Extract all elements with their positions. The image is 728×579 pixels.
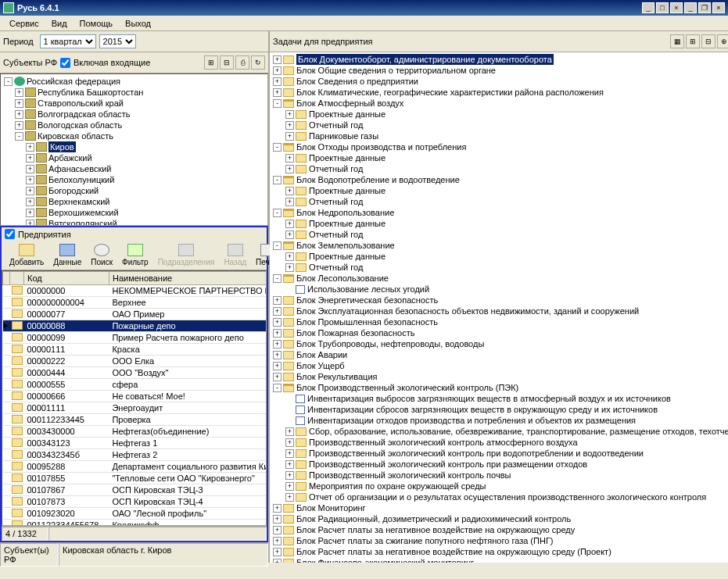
task-node[interactable]: +Блок Пожарная безопасность xyxy=(271,327,728,338)
include-incoming-checkbox[interactable] xyxy=(60,58,70,68)
expand-icon[interactable]: + xyxy=(273,526,282,534)
task-node[interactable]: +Производственный экологический контроль… xyxy=(271,448,728,459)
expand-icon[interactable]: + xyxy=(285,132,294,141)
expand-icon[interactable]: + xyxy=(273,362,282,370)
table-row[interactable]: 000343123Нефтегаз 1 xyxy=(3,438,267,449)
menu-service[interactable]: Сервис xyxy=(3,17,45,30)
expand-icon[interactable]: + xyxy=(273,559,282,563)
task-node[interactable]: +Блок Энергетическая безопасность xyxy=(271,295,728,306)
expand-icon[interactable]: + xyxy=(273,296,282,305)
tasks-collapse-icon[interactable]: ⊟ xyxy=(701,34,715,48)
table-row[interactable]: 0010923020ОАО "Лесной профиль" xyxy=(3,508,267,520)
task-node[interactable]: +Отчетный год xyxy=(271,229,728,240)
expand-icon[interactable]: + xyxy=(285,187,294,195)
expand-icon[interactable]: + xyxy=(15,121,23,130)
tree-refresh-icon[interactable]: ↻ xyxy=(251,55,265,70)
toolbar-data-button[interactable]: Данные xyxy=(48,242,86,268)
expand-icon[interactable]: + xyxy=(285,121,294,130)
table-row[interactable]: 00000111Краска xyxy=(3,344,267,356)
expand-icon[interactable]: + xyxy=(285,154,294,163)
mdi-minimize-button[interactable]: _ xyxy=(684,2,697,13)
expand-icon[interactable]: + xyxy=(26,220,34,227)
period-quarter-select[interactable]: 1 квартал xyxy=(40,34,96,48)
expand-icon[interactable]: + xyxy=(285,471,294,480)
toolbar-add-button[interactable]: Добавить xyxy=(5,242,48,268)
period-year-select[interactable]: 2015 xyxy=(99,34,136,48)
table-row[interactable]: 00107873ОСП Кировская ТЭЦ-4 xyxy=(3,496,267,508)
task-node[interactable]: -Блок Производственный экологический кон… xyxy=(271,382,728,393)
expand-icon[interactable]: + xyxy=(26,154,34,163)
region-node[interactable]: +Вятскополянский xyxy=(2,218,266,226)
expand-icon[interactable]: + xyxy=(273,351,282,359)
expand-icon[interactable]: + xyxy=(285,252,294,261)
task-node[interactable]: -Блок Недропользование xyxy=(271,207,728,218)
table-row[interactable]: 001122334455678...Кроликофф xyxy=(3,520,267,527)
task-node[interactable]: +Блок Радиационный, дозиметрический и ра… xyxy=(271,513,728,524)
expand-icon[interactable]: + xyxy=(285,220,294,228)
task-node[interactable]: +Сбор, образование, использование, обезв… xyxy=(271,426,728,437)
tasks-tree[interactable]: +Блок Документооборот, администрирование… xyxy=(270,52,728,563)
region-node[interactable]: +Верхошижемский xyxy=(2,207,266,218)
expand-icon[interactable]: + xyxy=(26,198,34,206)
expand-icon[interactable]: - xyxy=(273,384,282,392)
mdi-restore-button[interactable]: ❐ xyxy=(698,2,711,13)
task-node[interactable]: +Отчетный год xyxy=(271,120,728,130)
task-node[interactable]: +Блок Финансово-экономический мониторинг xyxy=(271,557,728,563)
enterprises-grid[interactable]: Код Наименование 00000000НЕКОММЕРЧЕСКОЕ … xyxy=(2,270,267,526)
expand-icon[interactable]: + xyxy=(273,340,282,348)
tree-print-icon[interactable]: ⎙ xyxy=(235,55,249,70)
maximize-button[interactable]: □ xyxy=(656,2,669,13)
task-node[interactable]: +Отчетный год xyxy=(271,262,728,273)
task-node[interactable]: Использование лесных угодий xyxy=(271,284,728,295)
table-row[interactable]: 00000000НЕКОММЕРЧЕСКОЕ ПАРТНЕРСТВО ГРАЖД… xyxy=(3,285,267,297)
task-node[interactable]: +Блок Промышленная безопасность xyxy=(271,316,728,327)
table-row[interactable]: 00107867ОСП Кировская ТЭЦ-3 xyxy=(3,484,267,496)
col-code[interactable]: Код xyxy=(24,272,109,285)
table-row[interactable]: 0003432345бНефтегаз 2 xyxy=(3,449,267,461)
expand-icon[interactable]: + xyxy=(26,176,34,184)
expand-icon[interactable]: + xyxy=(15,99,23,108)
toolbar-filter-button[interactable]: Фильтр xyxy=(117,242,153,268)
task-node[interactable]: -Блок Лесопользование xyxy=(271,273,728,284)
task-node[interactable]: -Блок Землепользование xyxy=(271,240,728,251)
task-node[interactable]: +Блок Эксплуатационная безопасность объе… xyxy=(271,306,728,316)
table-row[interactable]: 000000000004Верхнее xyxy=(3,297,267,309)
task-node[interactable]: -Блок Атмосферный воздух xyxy=(271,98,728,109)
task-node[interactable]: +Парниковые газы xyxy=(271,130,728,141)
region-node[interactable]: +Арбажский xyxy=(2,152,266,163)
task-node[interactable]: +Блок Расчет платы за сжигание попутного… xyxy=(271,535,728,546)
task-node[interactable]: Инвентаризация выбросов загрязняющих вещ… xyxy=(271,393,728,404)
task-node[interactable]: Инвентаризации отходов производства и по… xyxy=(271,415,728,426)
region-node[interactable]: +Богородский xyxy=(2,185,266,196)
expand-icon[interactable]: + xyxy=(273,548,282,556)
task-node[interactable]: +Блок Климатические, географические хара… xyxy=(271,87,728,98)
expand-icon[interactable]: + xyxy=(285,165,294,173)
expand-icon[interactable]: + xyxy=(273,55,282,64)
region-node[interactable]: +Ставропольский край xyxy=(2,98,266,109)
table-row[interactable]: 0003430000Нефтегаз(объединение) xyxy=(3,426,267,438)
expand-icon[interactable]: + xyxy=(26,187,34,195)
task-node[interactable]: +Отчет об организации и о результатах ос… xyxy=(271,491,728,502)
region-node[interactable]: -Кировская область xyxy=(2,130,266,141)
expand-icon[interactable]: + xyxy=(273,88,282,97)
col-name[interactable]: Наименование xyxy=(109,272,267,285)
table-row[interactable]: 00000077ОАО Пример xyxy=(3,309,267,320)
expand-icon[interactable]: + xyxy=(285,263,294,272)
minimize-button[interactable]: _ xyxy=(642,2,654,13)
expand-icon[interactable]: - xyxy=(273,241,282,250)
task-node[interactable]: -Блок Отходы производства и потребления xyxy=(271,141,728,152)
expand-icon[interactable]: - xyxy=(273,209,282,217)
expand-icon[interactable]: + xyxy=(285,493,294,502)
task-node[interactable]: +Блок Трубопроводы, нефтепроводы, водово… xyxy=(271,338,728,349)
task-node[interactable]: +Проектные данные xyxy=(271,152,728,163)
task-node[interactable]: +Блок Общие сведения о территориальном о… xyxy=(271,65,728,76)
menu-help[interactable]: Помощь xyxy=(74,17,120,30)
task-node[interactable]: +Блок Расчет платы за негативное воздейс… xyxy=(271,524,728,535)
expand-icon[interactable]: + xyxy=(15,88,23,97)
expand-icon[interactable]: - xyxy=(273,176,282,184)
region-node[interactable]: +Волгоградская область xyxy=(2,109,266,120)
expand-icon[interactable]: + xyxy=(273,307,282,316)
expand-icon[interactable]: - xyxy=(273,99,282,108)
task-node[interactable]: +Производственный экологический контроль… xyxy=(271,459,728,470)
task-node[interactable]: +Блок Сведения о предприятии xyxy=(271,76,728,87)
